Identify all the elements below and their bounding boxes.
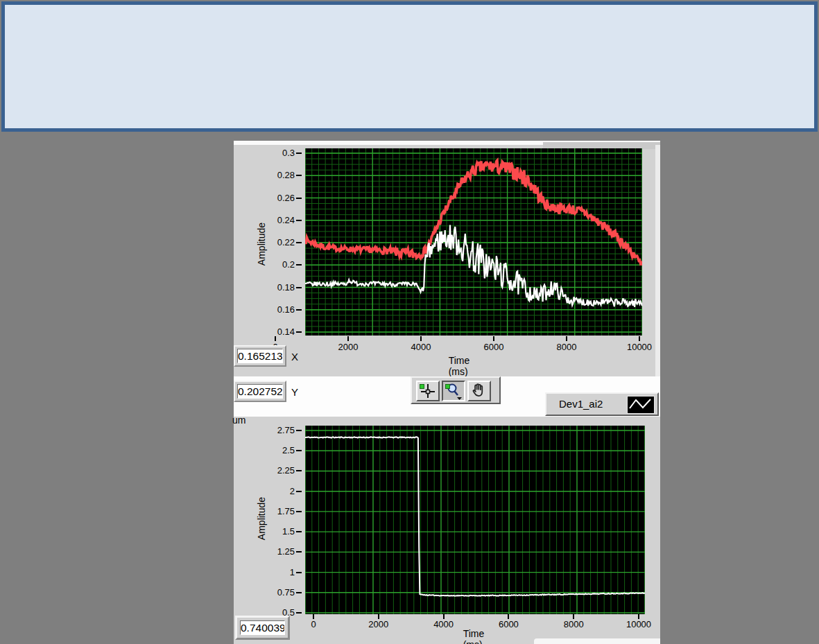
x-tick bbox=[639, 336, 640, 341]
cursor-y-label: Y bbox=[291, 386, 298, 398]
x-tick bbox=[638, 614, 639, 619]
y-tick bbox=[296, 491, 302, 492]
y-tick bbox=[296, 511, 302, 512]
cropped-label: um bbox=[232, 415, 245, 426]
cursor-x-value[interactable]: 0.165213 bbox=[237, 349, 283, 363]
screen: 0.30.280.260.240.220.20.180.160.14020004… bbox=[0, 0, 819, 644]
y-tick bbox=[296, 572, 302, 573]
y-tick-label: 0.3 bbox=[257, 148, 295, 158]
x-tick-label: 8000 bbox=[553, 619, 594, 629]
y-tick bbox=[296, 242, 302, 243]
x-tick bbox=[378, 614, 379, 619]
x-tick bbox=[566, 336, 567, 341]
cursor-move-tool-button[interactable] bbox=[416, 381, 440, 401]
cursor-y-value[interactable]: 0.202752 bbox=[237, 384, 283, 399]
plot-legend-swatch[interactable] bbox=[627, 396, 655, 414]
x-tick bbox=[493, 336, 494, 341]
y-tick bbox=[296, 531, 302, 532]
cursor-x-label: X bbox=[291, 351, 298, 363]
x-tick bbox=[573, 614, 574, 619]
panel-bottom-strip bbox=[534, 638, 660, 644]
x-tick bbox=[443, 614, 445, 619]
x-axis-title: Time (ms) bbox=[449, 355, 470, 377]
y-tick bbox=[296, 430, 302, 431]
y-tick-label: 0.75 bbox=[257, 587, 295, 598]
y-tick-label: 0.18 bbox=[257, 282, 295, 293]
y-tick-label: 0.14 bbox=[257, 327, 295, 337]
y-tick bbox=[296, 450, 302, 451]
x-tick bbox=[347, 336, 349, 341]
x-tick bbox=[313, 614, 314, 619]
plot-area[interactable] bbox=[305, 426, 645, 614]
x-tick bbox=[275, 336, 276, 341]
y-tick bbox=[296, 309, 302, 311]
y-tick-label: 0.26 bbox=[257, 193, 295, 203]
y-tick-label: 0.28 bbox=[257, 170, 295, 180]
cursor-tool-led bbox=[420, 384, 424, 389]
waveform-line-icon bbox=[628, 397, 653, 412]
zoom-tool-led bbox=[445, 384, 450, 389]
x-tick-label: 8000 bbox=[546, 342, 587, 352]
info-banner bbox=[1, 1, 818, 132]
cursor-x-readout[interactable]: 0.165213 bbox=[234, 345, 286, 367]
x-tick-label: 10000 bbox=[619, 342, 660, 352]
y-tick bbox=[296, 612, 302, 613]
y-tick bbox=[296, 331, 302, 333]
y-tick bbox=[296, 198, 302, 199]
y-tick bbox=[296, 153, 302, 154]
hand-icon bbox=[469, 382, 490, 400]
y-tick-label: 1 bbox=[257, 567, 295, 577]
x-tick bbox=[508, 614, 509, 619]
y-tick-label: 2 bbox=[257, 486, 295, 496]
x-axis-title: Time (ms) bbox=[463, 628, 485, 644]
y-tick bbox=[296, 220, 302, 221]
bottom-numeric-indicator[interactable]: 0.740039 bbox=[235, 616, 290, 640]
zoom-tool-button[interactable] bbox=[442, 381, 465, 401]
x-tick-label: 2000 bbox=[327, 342, 369, 352]
y-tick bbox=[296, 287, 302, 288]
x-tick bbox=[420, 336, 422, 341]
y-tick-label: 2.25 bbox=[257, 465, 295, 476]
cursor-y-readout[interactable]: 0.202752 bbox=[234, 381, 286, 402]
x-tick-label: 0 bbox=[293, 619, 334, 629]
y-axis-title: Amplitude bbox=[256, 497, 267, 540]
pan-tool-button[interactable] bbox=[467, 381, 491, 401]
y-tick bbox=[296, 551, 302, 552]
y-tick-label: 2.5 bbox=[257, 445, 295, 455]
plot-legend-label: Dev1_ai2 bbox=[559, 398, 603, 410]
graph-palette bbox=[411, 376, 501, 404]
x-tick-label: 6000 bbox=[488, 619, 529, 629]
bottom-numeric-value[interactable]: 0.740039 bbox=[240, 620, 285, 635]
x-tick-label: 4000 bbox=[400, 342, 442, 352]
y-tick bbox=[296, 470, 302, 471]
x-tick-label: 6000 bbox=[473, 342, 515, 352]
y-tick bbox=[296, 264, 302, 266]
y-tick-label: 1.25 bbox=[257, 546, 295, 557]
plot-area[interactable] bbox=[305, 148, 642, 336]
x-tick-label: 10000 bbox=[618, 619, 659, 629]
y-tick bbox=[296, 175, 302, 176]
x-tick-label: 2000 bbox=[358, 619, 399, 629]
y-tick-label: 0.16 bbox=[257, 304, 295, 315]
x-tick-label: 4000 bbox=[423, 619, 465, 629]
plot-legend[interactable]: Dev1_ai2 bbox=[545, 392, 659, 416]
y-axis-title: Amplitude bbox=[256, 223, 267, 266]
y-tick bbox=[296, 592, 302, 593]
y-tick-label: 2.75 bbox=[257, 425, 295, 435]
